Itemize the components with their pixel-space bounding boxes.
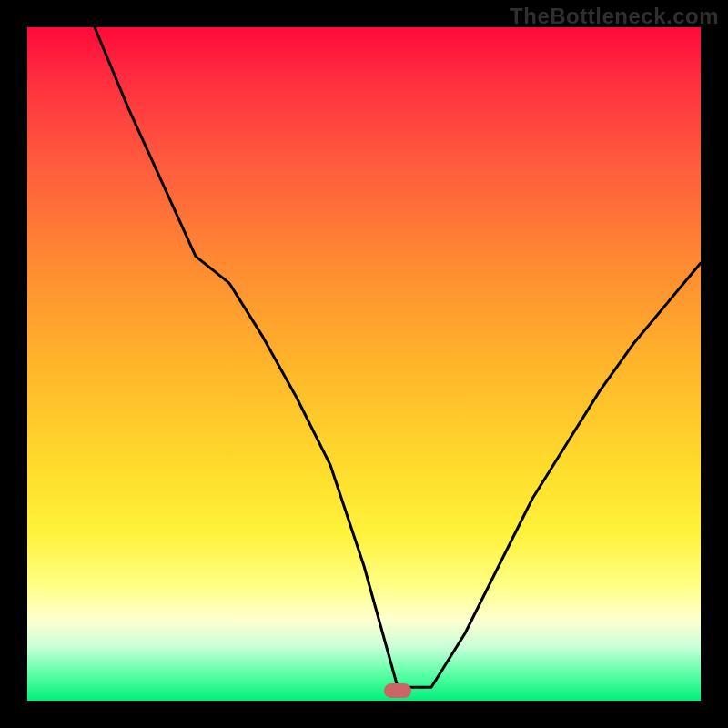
watermark-text: TheBottleneck.com <box>510 4 719 29</box>
plot-area <box>27 27 701 701</box>
bottleneck-curve <box>27 27 701 701</box>
chart-frame: TheBottleneck.com <box>0 0 728 728</box>
optimal-point-marker <box>384 683 411 698</box>
